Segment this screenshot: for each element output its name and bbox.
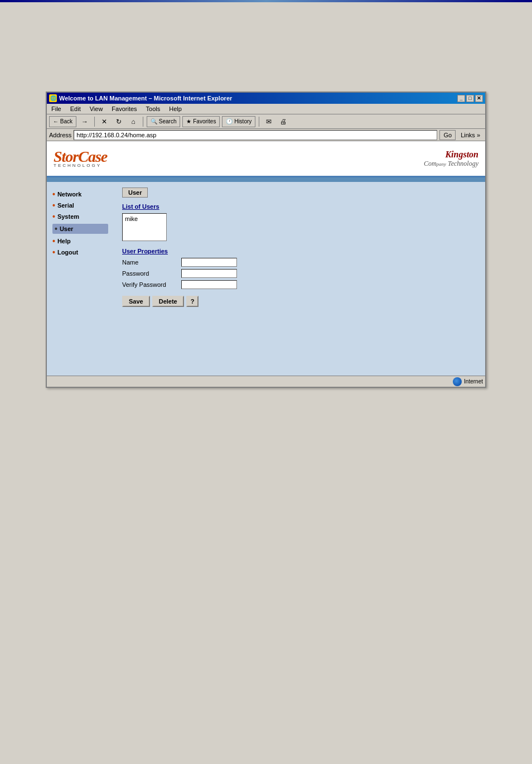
address-input[interactable] (74, 130, 437, 140)
prop-input-password[interactable] (181, 269, 237, 278)
browser-window: 🌐 Welcome to LAN Management – Microsoft … (46, 92, 486, 388)
status-bar-right: Internet (453, 377, 483, 386)
prop-row-verify-password: Verify Password (122, 280, 477, 289)
action-buttons: Save Delete ? (122, 296, 477, 307)
user-properties-title: User Properties (122, 248, 477, 254)
bullet-logout: • (52, 248, 55, 256)
title-bar-left: 🌐 Welcome to LAN Management – Microsoft … (49, 94, 232, 102)
storcase-logo: StorCase TECHNOLOGY (54, 149, 107, 168)
sidebar: • Network • Serial • System • User (47, 182, 114, 313)
prop-label-name: Name (122, 259, 178, 266)
kingston-logo-sub: Company Technology (424, 160, 478, 168)
storcase-logo-text: StorCase (54, 149, 107, 165)
toolbar: ← Back → ✕ ↻ ⌂ 🔍 Search ★ Favorites 🕐 Hi… (47, 114, 485, 129)
sidebar-label-network: Network (57, 191, 81, 198)
save-button[interactable]: Save (122, 296, 150, 307)
sidebar-item-network[interactable]: • Network (52, 190, 108, 198)
links-button[interactable]: Links » (458, 131, 483, 140)
print-icon[interactable]: 🖨 (277, 116, 289, 127)
menu-help[interactable]: Help (167, 104, 184, 113)
go-button[interactable]: Go (439, 130, 456, 140)
sidebar-label-logout: Logout (57, 249, 78, 256)
kingston-logo-main: Kingston (424, 150, 478, 160)
list-users-title: List of Users (122, 203, 477, 210)
user-list-box[interactable]: mike (122, 213, 167, 241)
sidebar-label-serial: Serial (57, 202, 74, 209)
refresh-button[interactable]: ↻ (113, 116, 125, 127)
bullet-system: • (52, 213, 55, 220)
kingston-logo: Kingston Company Technology (424, 150, 478, 168)
stop-button[interactable]: ✕ (98, 116, 110, 127)
prop-row-password: Password (122, 269, 477, 278)
browser-title: Welcome to LAN Management – Microsoft In… (59, 95, 232, 102)
user-entry-mike[interactable]: mike (124, 215, 165, 223)
sidebar-item-system[interactable]: • System (52, 213, 108, 220)
sidebar-label-system: System (57, 213, 79, 220)
sidebar-label-help: Help (57, 238, 71, 244)
restore-button[interactable]: □ (466, 95, 474, 102)
bullet-help: • (52, 237, 55, 245)
address-label: Address (49, 132, 71, 138)
status-bar: Internet (47, 376, 485, 387)
title-bar: 🌐 Welcome to LAN Management – Microsoft … (47, 93, 485, 104)
storcase-tagline: TECHNOLOGY (54, 164, 107, 168)
back-button[interactable]: ← Back (49, 116, 76, 127)
menu-file[interactable]: File (49, 104, 64, 113)
forward-button[interactable]: → (79, 116, 91, 127)
prop-input-name[interactable] (181, 258, 237, 267)
bullet-serial: • (52, 201, 55, 209)
menu-favorites[interactable]: Favorites (109, 104, 139, 113)
prop-input-verify-password[interactable] (181, 280, 237, 289)
toolbar-sep-3 (259, 117, 259, 127)
user-tab[interactable]: User (122, 188, 148, 198)
sidebar-item-help[interactable]: • Help (52, 237, 108, 245)
help-button[interactable]: ? (186, 296, 199, 307)
close-button[interactable]: ✕ (475, 95, 483, 102)
menu-bar: File Edit View Favorites Tools Help (47, 104, 485, 114)
toolbar-sep-1 (94, 117, 95, 127)
page-header: StorCase TECHNOLOGY Kingston Company Tec… (47, 141, 485, 177)
prop-row-name: Name (122, 258, 477, 267)
delete-button[interactable]: Delete (152, 296, 184, 307)
home-button[interactable]: ⌂ (127, 116, 139, 127)
minimize-button[interactable]: _ (457, 95, 465, 102)
menu-view[interactable]: View (88, 104, 105, 113)
sidebar-item-logout[interactable]: • Logout (52, 248, 108, 256)
browser-icon: 🌐 (49, 94, 57, 102)
internet-zone-icon (453, 377, 462, 386)
main-content-panel: User List of Users mike User Properties … (114, 182, 485, 313)
menu-tools[interactable]: Tools (144, 104, 163, 113)
prop-label-password: Password (122, 270, 178, 277)
favorites-button[interactable]: ★ Favorites (182, 116, 220, 127)
bullet-network: • (52, 190, 55, 198)
window-controls: _ □ ✕ (457, 95, 483, 102)
main-layout: • Network • Serial • System • User (47, 182, 485, 313)
bullet-user: • (55, 225, 57, 233)
blue-divider (47, 177, 485, 182)
sidebar-label-user: User (60, 225, 73, 232)
toolbar-sep-2 (143, 117, 143, 127)
prop-label-verify-password: Verify Password (122, 281, 178, 288)
internet-zone-label: Internet (464, 378, 483, 385)
mail-icon[interactable]: ✉ (263, 116, 275, 127)
sidebar-item-serial[interactable]: • Serial (52, 201, 108, 209)
history-button[interactable]: 🕐 History (222, 116, 255, 127)
menu-edit[interactable]: Edit (68, 104, 83, 113)
content-area: StorCase TECHNOLOGY Kingston Company Tec… (47, 141, 485, 376)
address-bar: Address Go Links » (47, 129, 485, 141)
sidebar-item-user[interactable]: • User (52, 224, 108, 234)
search-button[interactable]: 🔍 Search (147, 116, 180, 127)
properties-table: Name Password Verify Password (122, 258, 477, 289)
